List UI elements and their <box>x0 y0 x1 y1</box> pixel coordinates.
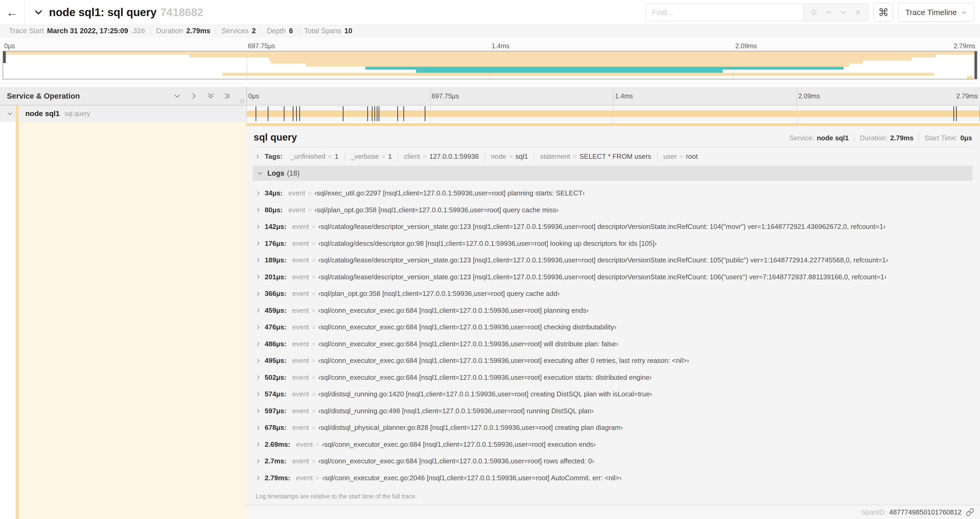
top-bar: ← node sql1: sql query7418682 <box>0 0 980 25</box>
log-equals: = <box>308 189 312 197</box>
log-marker-tick[interactable] <box>268 106 269 121</box>
log-chevron-right-icon[interactable] <box>255 408 261 414</box>
log-marker-tick[interactable] <box>284 106 285 121</box>
log-chevron-right-icon[interactable] <box>255 291 261 297</box>
logs-count: (18) <box>287 169 299 177</box>
log-row[interactable]: 80μs:event=‹sql/plan_opt.go:358 [nsql1,c… <box>255 202 973 219</box>
log-row[interactable]: 2.79ms:event=‹sql/conn_executor_exec.go:… <box>255 469 973 487</box>
tags-row[interactable]: Tags: _unfinished=1_verbose=1client=127.… <box>253 148 973 164</box>
log-marker-tick[interactable] <box>343 106 344 121</box>
logs-chevron-down-icon[interactable] <box>257 170 263 176</box>
minimap-span-bar <box>306 64 849 67</box>
log-chevron-right-icon[interactable] <box>255 241 261 246</box>
log-chevron-right-icon[interactable] <box>255 458 261 464</box>
span-duration-bar[interactable] <box>247 110 980 117</box>
trace-view-selector[interactable]: Trace Timeline <box>898 3 974 22</box>
collapse-one-chevron-down-icon[interactable] <box>173 91 181 101</box>
log-row[interactable]: 2.69ms:event=‹sql/conn_executor_exec.go:… <box>255 436 973 453</box>
logs-title: Logs <box>267 169 285 177</box>
log-chevron-right-icon[interactable] <box>255 224 261 230</box>
log-marker-tick[interactable] <box>299 106 300 121</box>
log-row[interactable]: 502μs:event=‹sql/conn_executor_exec.go:6… <box>255 369 973 386</box>
log-row[interactable]: 476μs:event=‹sql/conn_executor_exec.go:6… <box>255 319 973 336</box>
log-equals: = <box>312 323 316 331</box>
service-operation-header: Service & Operation <box>0 87 246 105</box>
log-row[interactable]: 495μs:event=‹sql/conn_executor_exec.go:6… <box>255 352 973 369</box>
span-row-bar-cell[interactable] <box>246 105 980 122</box>
log-chevron-right-icon[interactable] <box>255 425 261 431</box>
log-marker-tick[interactable] <box>397 106 398 121</box>
focus-target-icon[interactable] <box>808 6 820 18</box>
log-equals: = <box>312 223 316 231</box>
logs-header[interactable]: Logs (18) <box>253 166 973 180</box>
tags-chevron-right-icon[interactable] <box>255 154 261 160</box>
log-row[interactable]: 176μs:event=‹sql/catalog/descs/descripto… <box>255 235 973 252</box>
log-row[interactable]: 201μs:event=‹sql/catalog/lease/descripto… <box>255 269 973 286</box>
column-resize-grip[interactable] <box>241 99 244 103</box>
clear-search-x-icon[interactable] <box>852 6 864 18</box>
log-chevron-right-icon[interactable] <box>255 257 261 263</box>
minimap-tick-label: 2.09ms <box>734 42 757 50</box>
log-marker-tick[interactable] <box>956 106 957 121</box>
log-marker-tick[interactable] <box>377 106 377 121</box>
expand-one-chevron-right-icon[interactable] <box>189 91 198 101</box>
span-operation-name: sql query <box>65 110 90 117</box>
log-row[interactable]: 597μs:event=‹sql/distsql_running.go:498 … <box>255 403 973 420</box>
next-match-chevron-down-icon[interactable] <box>837 6 850 18</box>
minimap-canvas[interactable] <box>3 51 977 79</box>
log-row[interactable]: 366μs:event=‹sql/plan_opt.go:358 [nsql1,… <box>255 285 973 302</box>
log-chevron-right-icon[interactable] <box>255 341 261 347</box>
log-marker-tick[interactable] <box>425 106 425 121</box>
log-marker-tick[interactable] <box>367 106 368 121</box>
back-button[interactable]: ← <box>0 0 25 25</box>
log-field-key: event <box>292 340 309 348</box>
keyboard-shortcuts-button[interactable]: ⌘ <box>873 3 893 22</box>
log-chevron-right-icon[interactable] <box>255 441 261 447</box>
log-row[interactable]: 459μs:event=‹sql/conn_executor_exec.go:6… <box>255 302 973 319</box>
log-marker-tick[interactable] <box>403 106 404 121</box>
log-row[interactable]: 189μs:event=‹sql/catalog/lease/descripto… <box>255 252 973 269</box>
log-field-value: ‹sql/distsql_running.go:1420 [nsql1,clie… <box>318 390 652 398</box>
span-row[interactable]: node sql1 sql query <box>0 105 980 122</box>
find-buttons <box>803 3 869 21</box>
log-row[interactable]: 142μs:event=‹sql/catalog/lease/descripto… <box>255 218 973 235</box>
log-marker-tick[interactable] <box>296 106 297 121</box>
ruler-tick-label: 1.4ms <box>613 92 633 100</box>
log-chevron-right-icon[interactable] <box>255 374 261 380</box>
log-chevron-right-icon[interactable] <box>255 391 261 397</box>
log-field-value: ‹sql/conn_executor_exec.go:684 [nsql1,cl… <box>318 457 594 465</box>
log-marker-tick[interactable] <box>293 106 293 121</box>
log-field-key: event <box>292 390 309 398</box>
log-row[interactable]: 486μs:event=‹sql/conn_executor_exec.go:6… <box>255 336 973 353</box>
log-chevron-right-icon[interactable] <box>255 308 261 313</box>
deep-link-icon[interactable] <box>966 508 974 516</box>
log-chevron-right-icon[interactable] <box>255 324 261 330</box>
find-input[interactable] <box>645 3 803 21</box>
log-marker-tick[interactable] <box>374 106 375 121</box>
log-chevron-right-icon[interactable] <box>255 190 261 196</box>
log-chevron-right-icon[interactable] <box>255 274 261 280</box>
log-row[interactable]: 678μs:event=‹sql/distsql_physical_planne… <box>255 419 973 436</box>
log-marker-tick[interactable] <box>256 106 256 121</box>
log-row[interactable]: 574μs:event=‹sql/distsql_running.go:1420… <box>255 386 973 403</box>
log-timestamp: 495μs: <box>265 356 286 365</box>
log-field-value: ‹sql/catalog/descs/descriptor.go:98 [nsq… <box>318 240 657 248</box>
log-field-value: ‹sql/distsql_physical_planner.go:828 [ns… <box>318 423 623 432</box>
prev-match-chevron-up-icon[interactable] <box>822 6 835 18</box>
chevron-down-icon[interactable] <box>34 8 43 17</box>
span-row-name-cell[interactable]: node sql1 sql query <box>0 105 246 122</box>
span-collapse-chevron-down-icon[interactable] <box>7 110 13 117</box>
expand-all-double-chevron-right-icon[interactable] <box>223 91 232 101</box>
log-chevron-right-icon[interactable] <box>255 475 261 481</box>
log-row[interactable]: 2.7ms:event=‹sql/conn_executor_exec.go:6… <box>255 453 973 469</box>
collapse-all-double-chevron-down-icon[interactable] <box>206 91 215 101</box>
log-marker-tick[interactable] <box>953 106 954 121</box>
log-field-key: event <box>292 323 309 331</box>
log-row[interactable]: 34μs:event=‹sql/exec_util.go:2297 [nsql1… <box>255 185 973 202</box>
minimap-right-scrubber-handle[interactable] <box>974 51 977 79</box>
minimap-left-scrubber-handle[interactable] <box>3 51 6 63</box>
log-marker-tick[interactable] <box>379 106 379 121</box>
log-chevron-right-icon[interactable] <box>255 207 261 213</box>
log-marker-tick[interactable] <box>372 106 372 121</box>
log-chevron-right-icon[interactable] <box>255 358 261 364</box>
